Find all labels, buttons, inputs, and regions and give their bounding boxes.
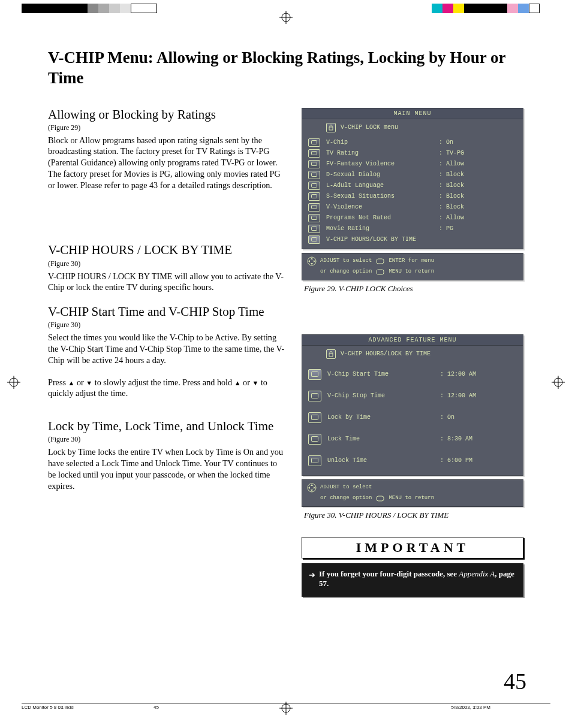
colorbar-swatch — [131, 4, 157, 13]
help-text: MENU to return — [389, 494, 434, 502]
svg-rect-15 — [312, 162, 317, 166]
enter-button-icon — [375, 256, 385, 266]
osd-menu-row: FV-Fantasy ViolenceAllow — [302, 159, 523, 170]
dpad-icon — [307, 256, 317, 266]
osd-title: ADVANCED FEATURE MENU — [302, 335, 523, 346]
content-area: V-CHIP Menu: Allowing or Blocking Rating… — [48, 48, 525, 597]
help-text: ADJUST to select — [320, 484, 372, 491]
menu-button-icon — [375, 494, 385, 503]
menu-item-icon — [308, 149, 320, 158]
osd-row-label: V-Violence — [326, 204, 439, 210]
down-triangle-icon: ▼ — [86, 379, 92, 388]
text-fragment: Appendix A — [459, 569, 495, 578]
menu-item-icon — [308, 391, 321, 401]
svg-marker-27 — [314, 260, 315, 262]
osd-help-bar: ADJUST to select ENTER for menu or chang… — [302, 253, 523, 280]
osd-menu-row: V-Chip Stop Time12:00 AM — [302, 385, 523, 407]
osd-row-value: 8:30 AM — [440, 436, 472, 442]
osd-row-value: Block — [439, 204, 464, 210]
important-callout: IMPORTANT ➜ If you forget your four-digi… — [302, 537, 523, 597]
osd-menu-row: V-ChipOn — [302, 137, 523, 148]
dpad-icon — [307, 483, 317, 493]
help-text: ADJUST to select — [320, 257, 372, 265]
osd-subtitle: V-CHIP HOURS/LOCK BY TIME — [302, 346, 523, 364]
footer-date: 5/8/2003, 3:03 PM — [451, 705, 550, 710]
text-fragment: to slowly adjust the time. Press and hol… — [92, 377, 234, 387]
figure-reference: (Figure 30) — [48, 435, 285, 444]
menu-item-icon — [308, 412, 321, 423]
osd-menu-screenshot: ADVANCED FEATURE MENU V-CHIP HOURS/LOCK … — [302, 334, 523, 476]
osd-row-value: On — [439, 139, 453, 146]
osd-subtitle-text: V-CHIP LOCK menu — [341, 124, 398, 131]
menu-item-icon — [308, 434, 321, 445]
osd-menu-row: V-Chip Start Time12:00 AM — [302, 364, 523, 385]
osd-row-value: 12:00 AM — [440, 371, 476, 377]
svg-rect-41 — [377, 496, 384, 501]
section-heading: Allowing or Blocking by Ratings — [48, 107, 285, 122]
colorbar-swatch — [22, 4, 88, 13]
lock-icon — [326, 123, 336, 132]
body-paragraph: Lock by Time locks the entire TV when Lo… — [48, 446, 285, 491]
osd-row-label: TV Rating — [326, 150, 439, 156]
svg-marker-26 — [308, 260, 310, 262]
osd-row-value: Block — [439, 182, 464, 189]
svg-rect-22 — [312, 238, 317, 241]
body-paragraph: Press ▲ or ▼ to slowly adjust the time. … — [48, 377, 285, 399]
osd-menu-row: V-ViolenceBlock — [302, 202, 523, 213]
osd-menu-row: Programs Not RatedAllow — [302, 213, 523, 223]
osd-row-label: Unlock Time — [327, 457, 440, 464]
registration-mark-icon — [7, 376, 20, 389]
menu-item-icon — [308, 138, 320, 147]
text-fragment: or — [241, 377, 252, 387]
menu-item-icon — [308, 235, 320, 244]
footer-filename: LCD Monitor 5 8 03.indd — [22, 705, 153, 710]
lock-icon — [326, 349, 336, 359]
svg-rect-32 — [312, 394, 318, 398]
osd-menu-row: D-Sexual DialogBlock — [302, 170, 523, 180]
osd-row-label: V-Chip Stop Time — [327, 392, 440, 399]
osd-row-label: S-Sexual Situations — [326, 193, 439, 200]
svg-rect-34 — [312, 437, 318, 442]
colorbar-swatch — [442, 4, 453, 13]
registration-mark-icon — [279, 11, 293, 24]
colorbar-swatch — [453, 4, 464, 13]
figure-caption: Figure 29. V-CHIP LOCK Choices — [304, 284, 523, 294]
footer-page: 45 — [153, 705, 285, 710]
menu-item-icon — [308, 455, 321, 466]
osd-row-value: TV-PG — [439, 150, 464, 156]
osd-row-label: Lock Time — [327, 436, 440, 442]
osd-subtitle-text: V-CHIP HOURS/LOCK BY TIME — [341, 351, 430, 357]
menu-item-icon — [308, 369, 321, 380]
text-fragment: or — [74, 377, 86, 387]
osd-row-label: D-Sexual Dialog — [326, 171, 439, 178]
svg-marker-40 — [314, 487, 315, 489]
up-triangle-icon: ▲ — [234, 379, 241, 388]
page: V-CHIP Menu: Allowing or Blocking Rating… — [0, 0, 572, 728]
figure-caption: Figure 30. V-CHIP HOURS / LOCK BY TIME — [304, 510, 523, 520]
osd-row-value: On — [440, 414, 454, 421]
svg-rect-28 — [377, 259, 384, 264]
osd-menu-row: Lock by TimeOn — [302, 407, 523, 428]
text-fragment: If you forget your four-digit passcode, … — [319, 569, 459, 578]
osd-row-value: Block — [439, 193, 464, 200]
svg-marker-25 — [311, 263, 313, 265]
colorbar-swatch — [88, 4, 98, 13]
figure-reference: (Figure 30) — [48, 259, 285, 268]
body-paragraph: Block or Allow programs based upon ratin… — [48, 135, 285, 191]
svg-rect-31 — [312, 372, 318, 377]
osd-subtitle: V-CHIP LOCK menu — [302, 119, 523, 137]
osd-menu-row: TV RatingTV-PG — [302, 148, 523, 159]
svg-marker-24 — [311, 258, 313, 259]
osd-menu-row: Unlock Time6:00 PM — [302, 450, 523, 472]
svg-rect-13 — [312, 141, 317, 144]
svg-rect-35 — [312, 458, 318, 463]
svg-rect-29 — [377, 270, 384, 274]
osd-menu-row: Lock Time8:30 AM — [302, 428, 523, 450]
menu-item-icon — [308, 225, 320, 233]
svg-rect-14 — [312, 152, 317, 155]
menu-item-icon — [308, 203, 320, 212]
section-heading: Lock by Time, Lock Time, and Unlock Time — [48, 418, 285, 434]
arrow-right-icon: ➜ — [309, 570, 315, 590]
body-paragraph: Select the times you would like the V-Ch… — [48, 332, 285, 365]
osd-row-value: 12:00 AM — [440, 392, 476, 399]
